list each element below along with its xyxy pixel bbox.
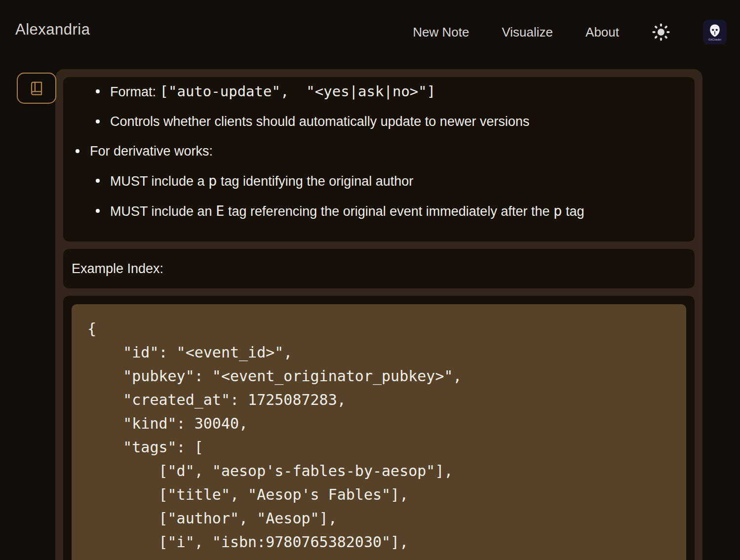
sun-icon xyxy=(652,23,670,41)
theme-toggle-button[interactable] xyxy=(652,21,670,43)
publication-panel: Format: ["auto-update", "<yes|ask|no>"] … xyxy=(55,69,702,560)
list-item: MUST include a p tag identifying the ori… xyxy=(110,172,680,190)
list-item-text: tag identifying the original author xyxy=(217,174,414,189)
toc-toggle-button[interactable] xyxy=(17,73,56,104)
logo-caption: GitCitadel xyxy=(708,38,721,41)
book-icon xyxy=(29,81,44,96)
inline-code: p xyxy=(208,172,217,189)
code-card: { "id": "<event_id>", "pubkey": "<event_… xyxy=(63,296,695,560)
code-block: { "id": "<event_id>", "pubkey": "<event_… xyxy=(72,304,686,560)
nav-new-note[interactable]: New Note xyxy=(413,22,469,42)
list-item: Format: ["auto-update", "<yes|ask|no>"] xyxy=(110,83,680,100)
inline-code: ["auto-update", "<yes|ask|no>"] xyxy=(160,83,436,100)
gitcitadel-owl-icon xyxy=(708,24,721,38)
list-item: Controls whether clients should automati… xyxy=(110,113,680,130)
nav-visualize[interactable]: Visualize xyxy=(502,22,553,42)
app-header: Alexandria New Note Visualize About xyxy=(0,0,740,69)
example-heading-card: Example Index: xyxy=(63,249,695,288)
rules-card: Format: ["auto-update", "<yes|ask|no>"] … xyxy=(63,77,695,241)
list-item-text: MUST include an xyxy=(110,204,216,219)
brand-title[interactable]: Alexandria xyxy=(15,20,90,40)
rules-list: For derivative works: MUST include a p t… xyxy=(78,143,680,220)
list-item-text: Format: xyxy=(110,84,160,99)
list-item-text: tag xyxy=(562,204,584,219)
list-item-text: For derivative works: xyxy=(90,144,213,159)
content-area: Format: ["auto-update", "<yes|ask|no>"] … xyxy=(0,69,740,560)
rules-sublist: Format: ["auto-update", "<yes|ask|no>"] … xyxy=(78,83,680,130)
list-item-text: MUST include a xyxy=(110,174,208,189)
inline-code: E xyxy=(216,202,224,219)
nav-about[interactable]: About xyxy=(585,22,619,42)
main-nav: New Note Visualize About xyxy=(413,20,727,44)
inline-code: p xyxy=(553,202,562,219)
list-item-text: tag referencing the original event immed… xyxy=(225,204,553,219)
example-heading: Example Index: xyxy=(72,261,686,276)
derivative-works-sublist: MUST include a p tag identifying the ori… xyxy=(90,172,680,220)
list-item: For derivative works: MUST include a p t… xyxy=(90,143,680,220)
list-item: MUST include an E tag referencing the or… xyxy=(110,202,680,220)
gitcitadel-logo-badge[interactable]: GitCitadel xyxy=(703,20,727,44)
list-item-text: Controls whether clients should automati… xyxy=(110,114,529,129)
